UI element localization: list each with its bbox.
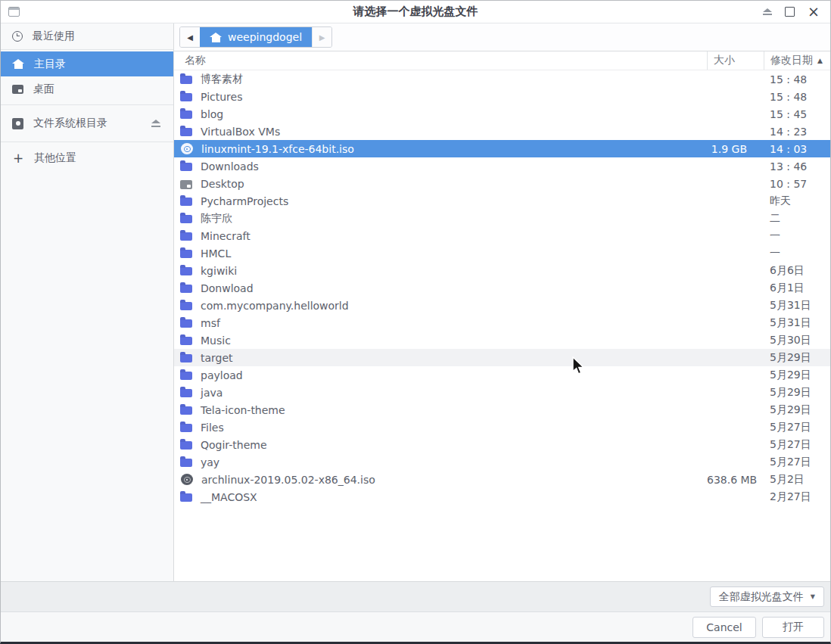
- folder-icon: [180, 163, 192, 171]
- window-controls: ×: [762, 7, 830, 17]
- sidebar-item-label: 主目录: [34, 58, 66, 71]
- file-row[interactable]: yay5月27日: [174, 453, 830, 471]
- file-name-cell: Minecraft: [174, 230, 707, 242]
- file-row[interactable]: VirtualBox VMs14 : 23: [174, 123, 830, 140]
- column-header-name[interactable]: 名称: [174, 51, 707, 70]
- file-row[interactable]: blog15 : 45: [174, 105, 830, 123]
- file-chooser-dialog: 请选择一个虚拟光盘文件 × 最近使用 主目录 桌面: [0, 0, 831, 644]
- file-modified-date: 二: [764, 212, 830, 226]
- file-row[interactable]: HMCL一: [174, 244, 830, 262]
- sidebar-item-desktop[interactable]: 桌面: [1, 76, 173, 101]
- file-row[interactable]: payload5月29日: [174, 366, 830, 384]
- minimize-icon: [762, 8, 772, 16]
- file-modified-date: 14 : 03: [764, 143, 830, 155]
- file-name-cell: yay: [174, 456, 707, 468]
- file-row[interactable]: __MACOSX2月27日: [174, 488, 830, 506]
- close-button[interactable]: ×: [808, 7, 820, 17]
- file-row[interactable]: Minecraft一: [174, 227, 830, 244]
- file-row[interactable]: Music5月30日: [174, 331, 830, 349]
- breadcrumb: ◀ weepingdogel ▶: [179, 26, 332, 48]
- file-name-cell: Qogir-theme: [174, 439, 707, 451]
- file-row[interactable]: kgiwiki6月6日: [174, 262, 830, 279]
- file-row[interactable]: java5月29日: [174, 384, 830, 401]
- file-modified-date: 6月6日: [764, 264, 830, 278]
- file-row[interactable]: msf5月31日: [174, 314, 830, 331]
- file-name-cell: HMCL: [174, 247, 707, 260]
- file-browser-pane: ◀ weepingdogel ▶ 名称 大小 修改日期 ▲ 博客素材15 : 4…: [174, 23, 830, 581]
- file-name-cell: Music: [174, 334, 707, 347]
- dialog-content: 最近使用 主目录 桌面 文件系统根目录 + 其他位置: [1, 23, 830, 581]
- back-button[interactable]: ◀: [180, 27, 200, 47]
- eject-icon[interactable]: [151, 120, 160, 127]
- file-modified-date: 5月29日: [764, 351, 830, 365]
- sidebar-separator: [1, 142, 173, 142]
- sort-ascending-icon: ▲: [817, 57, 823, 64]
- file-row[interactable]: Pictures15 : 48: [174, 88, 830, 105]
- folder-icon: [180, 459, 192, 467]
- forward-button[interactable]: ▶: [312, 27, 331, 47]
- folder-icon: [180, 250, 192, 258]
- sidebar-item-recent[interactable]: 最近使用: [1, 24, 173, 48]
- file-modified-date: 5月29日: [764, 403, 830, 417]
- file-modified-date: 5月27日: [764, 456, 830, 469]
- file-row[interactable]: Downloads13 : 46: [174, 157, 830, 175]
- column-header-modified[interactable]: 修改日期 ▲: [764, 51, 830, 70]
- sidebar-item-other-locations[interactable]: + 其他位置: [1, 145, 173, 170]
- file-modified-date: 6月1日: [764, 282, 830, 295]
- filter-strip: 全部虚拟光盘文件 ▼: [1, 581, 830, 611]
- file-modified-date: 13 : 46: [764, 160, 830, 173]
- file-row[interactable]: Qogir-theme5月27日: [174, 436, 830, 453]
- file-type-filter-dropdown[interactable]: 全部虚拟光盘文件 ▼: [710, 586, 824, 607]
- cancel-button[interactable]: Cancel: [692, 617, 756, 638]
- file-name-cell: Tela-icon-theme: [174, 404, 707, 416]
- file-row[interactable]: archlinux-2019.05.02-x86_64.iso638.6 MB5…: [174, 471, 830, 488]
- file-row[interactable]: linuxmint-19.1-xfce-64bit.iso1.9 GB14 : …: [174, 140, 830, 157]
- file-modified-date: 一: [764, 247, 830, 260]
- file-name-cell: Donwload: [174, 282, 707, 294]
- file-name: java: [201, 387, 223, 399]
- file-modified-date: 5月2日: [764, 473, 830, 487]
- breadcrumb-current-home[interactable]: weepingdogel: [200, 27, 312, 47]
- file-modified-date: 5月30日: [764, 334, 830, 347]
- iso-icon: [181, 474, 193, 485]
- file-row[interactable]: 陈宇欣二: [174, 210, 830, 227]
- maximize-icon: [785, 7, 795, 17]
- file-name: blog: [201, 108, 223, 120]
- maximize-button[interactable]: [785, 7, 795, 17]
- file-name: msf: [201, 317, 220, 329]
- file-row[interactable]: target5月29日: [174, 349, 830, 366]
- file-row[interactable]: Tela-icon-theme5月29日: [174, 401, 830, 418]
- file-name: __MACOSX: [201, 491, 257, 503]
- sidebar-item-label: 其他位置: [34, 151, 76, 165]
- file-name: Downloads: [201, 160, 259, 173]
- file-modified-date: 5月31日: [764, 316, 830, 330]
- file-name: Qogir-theme: [201, 439, 267, 451]
- file-modified-date: 14 : 23: [764, 126, 830, 138]
- file-name: linuxmint-19.1-xfce-64bit.iso: [201, 143, 354, 155]
- file-row[interactable]: Desktop10 : 57: [174, 175, 830, 192]
- folder-icon: [180, 424, 192, 432]
- minimize-button[interactable]: [762, 8, 772, 16]
- file-name-cell: 博客素材: [174, 73, 707, 86]
- window-icon: [8, 7, 20, 17]
- column-header-size[interactable]: 大小: [707, 51, 764, 70]
- file-modified-date: 一: [764, 229, 830, 243]
- breadcrumb-label: weepingdogel: [228, 31, 302, 43]
- file-row[interactable]: Donwload6月1日: [174, 279, 830, 297]
- clock-icon: [12, 31, 23, 42]
- sidebar-separator: [1, 49, 173, 50]
- folder-icon: [180, 337, 192, 345]
- sidebar-item-filesystem-root[interactable]: 文件系统根目录: [1, 108, 173, 138]
- file-modified-date: 10 : 57: [764, 178, 830, 190]
- open-button[interactable]: 打开: [762, 617, 824, 638]
- harddisk-icon: [12, 118, 23, 129]
- file-modified-date: 5月27日: [764, 438, 830, 452]
- file-row[interactable]: com.mycompany.helloworld5月31日: [174, 297, 830, 314]
- file-name-cell: PycharmProjects: [174, 195, 707, 207]
- folder-icon: [180, 76, 192, 84]
- file-row[interactable]: Files5月27日: [174, 418, 830, 436]
- file-name-cell: Downloads: [174, 160, 707, 173]
- sidebar-item-home[interactable]: 主目录: [1, 51, 173, 76]
- file-row[interactable]: 博客素材15 : 48: [174, 70, 830, 88]
- file-row[interactable]: PycharmProjects昨天: [174, 192, 830, 210]
